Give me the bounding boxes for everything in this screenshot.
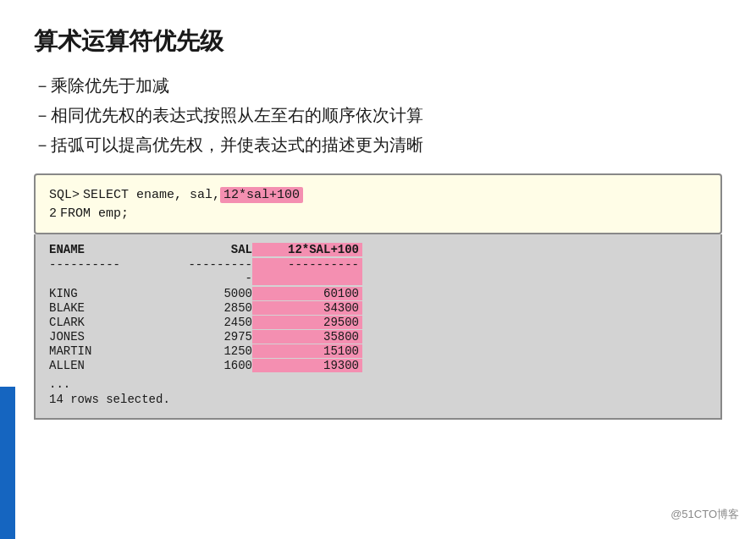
- table-row: MARTIN125015100: [49, 344, 707, 358]
- cell-sal: 1250: [185, 344, 252, 358]
- cell-ename: ALLEN: [49, 359, 185, 372]
- bottom-left-accent: [0, 387, 15, 539]
- cell-sal: 2850: [185, 301, 252, 315]
- cell-expr: 35800: [252, 330, 362, 344]
- result-box: ENAME SAL 12*SAL+100 ---------- --------…: [34, 234, 722, 420]
- slide-container: 算术运算符优先级 乘除优先于加减 相同优先权的表达式按照从左至右的顺序依次计算 …: [0, 0, 756, 539]
- cell-expr: 15100: [252, 344, 362, 358]
- table-row: KING500060100: [49, 287, 707, 300]
- sql-line-2: 2 FROM emp;: [49, 206, 707, 221]
- cell-ename: KING: [49, 287, 185, 300]
- sql-box: SQL> SELECT ename, sal, 12*sal+100 2 FRO…: [34, 173, 722, 234]
- cell-expr: 60100: [252, 287, 362, 300]
- cell-expr: 19300: [252, 359, 362, 372]
- header-expr: 12*SAL+100: [252, 243, 362, 256]
- table-row: CLARK245029500: [49, 316, 707, 329]
- page-title: 算术运算符优先级: [34, 25, 722, 58]
- sql-from-clause: FROM emp;: [60, 206, 129, 221]
- cell-sal: 1600: [185, 359, 252, 372]
- sql-line-1: SQL> SELECT ename, sal, 12*sal+100: [49, 187, 707, 203]
- header-sal: SAL: [185, 243, 252, 256]
- divider-expr: ----------: [252, 258, 362, 285]
- cell-ename: JONES: [49, 330, 185, 344]
- header-ename: ENAME: [49, 243, 185, 256]
- divider-ename: ----------: [49, 258, 185, 285]
- watermark: @51CTO博客: [670, 507, 739, 522]
- bullet-item-2: 相同优先权的表达式按照从左至右的顺序依次计算: [34, 104, 722, 127]
- table-row: BLAKE285034300: [49, 301, 707, 315]
- cell-expr: 34300: [252, 301, 362, 315]
- cell-ename: MARTIN: [49, 344, 185, 358]
- table-row: ALLEN160019300: [49, 359, 707, 372]
- ellipsis-row: ...: [49, 377, 707, 391]
- table-divider: ---------- ---------- ----------: [49, 258, 707, 285]
- cell-sal: 2450: [185, 316, 252, 329]
- cell-ename: BLAKE: [49, 301, 185, 315]
- table-header: ENAME SAL 12*SAL+100: [49, 243, 707, 256]
- sql-line-num: 2: [49, 206, 57, 221]
- table-row: JONES297535800: [49, 330, 707, 344]
- cell-sal: 5000: [185, 287, 252, 300]
- sql-select-keyword: SELECT ename, sal,: [83, 188, 220, 202]
- cell-expr: 29500: [252, 316, 362, 329]
- cell-ename: CLARK: [49, 316, 185, 329]
- divider-sal: ----------: [185, 258, 252, 285]
- bullet-item-1: 乘除优先于加减: [34, 74, 722, 97]
- table-rows-container: KING500060100BLAKE285034300CLARK24502950…: [49, 287, 707, 372]
- rows-selected: 14 rows selected.: [49, 393, 707, 406]
- sql-expression-highlight: 12*sal+100: [220, 187, 303, 203]
- sql-prompt: SQL>: [49, 188, 80, 202]
- cell-sal: 2975: [185, 330, 252, 344]
- bullet-item-3: 括弧可以提高优先权，并使表达式的描述更为清晰: [34, 134, 722, 157]
- bullet-list: 乘除优先于加减 相同优先权的表达式按照从左至右的顺序依次计算 括弧可以提高优先权…: [34, 74, 722, 157]
